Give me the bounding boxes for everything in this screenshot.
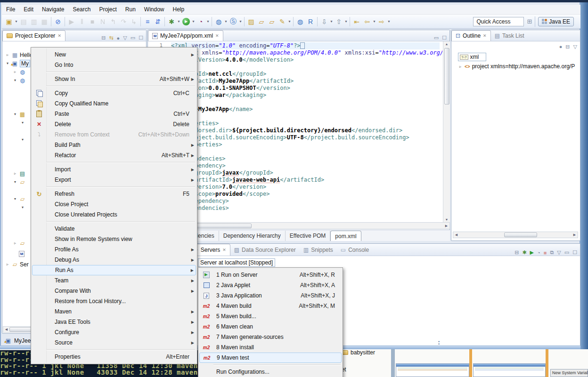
expander-icon[interactable]: ▹ <box>13 70 17 74</box>
expander-icon[interactable]: ▹ <box>458 64 463 69</box>
tab-task-list[interactable]: ▤Task List <box>491 30 528 41</box>
menubar-item-file[interactable]: File <box>2 5 19 14</box>
closed-folder-icon[interactable]: ▱ <box>267 16 277 27</box>
new-ear-icon[interactable]: ▨ <box>246 16 256 27</box>
quick-access-input[interactable]: Quick Access <box>473 17 524 26</box>
menu-item-run-as[interactable]: Run As▶ <box>32 265 196 275</box>
debug-server-icon[interactable]: ✱ <box>522 249 526 256</box>
menubar-item-edit[interactable]: Edit <box>19 5 38 14</box>
close-icon[interactable]: ✕ <box>222 248 226 252</box>
menu-item-configure[interactable]: Configure▶ <box>32 327 196 337</box>
menubar-item-window[interactable]: Window <box>140 5 169 14</box>
view-menu-icon[interactable]: ▽ <box>557 249 561 256</box>
window-thumbnail[interactable] <box>473 363 546 377</box>
view-menu-icon[interactable]: ▽ <box>573 44 577 50</box>
menu-item-properties[interactable]: PropertiesAlt+Enter <box>32 352 196 362</box>
web-browser-icon[interactable]: ◍ <box>295 16 305 27</box>
menu-item-3-java-application[interactable]: J3 Java ApplicationAlt+Shift+X, J <box>199 290 342 301</box>
tab-console[interactable]: ▭Console <box>337 244 373 256</box>
tab-project-explorer[interactable]: Project Explorer ✕ <box>2 30 65 41</box>
menu-item-copy[interactable]: CopyCtrl+C <box>32 88 196 98</box>
menu-item-team[interactable]: Team▶ <box>32 275 196 286</box>
perspective-javaee-button[interactable]: Java EE <box>538 17 574 26</box>
tree-item[interactable]: ▾▱ <box>13 178 26 186</box>
menu-item-restore-from-local-history-[interactable]: Restore from Local History... <box>32 296 196 306</box>
close-icon[interactable]: ✕ <box>483 33 487 38</box>
scroll-left-icon[interactable]: ◀ <box>3 328 9 331</box>
prev-annotation-dropdown-icon[interactable]: ▼ <box>344 20 348 23</box>
menu-item-show-in-remote-systems-view[interactable]: Show in Remote Systems view <box>32 234 196 244</box>
collapse-all-icon[interactable]: ⊟ <box>101 35 106 41</box>
pom-page-tab-pom-xml[interactable]: pom.xml <box>330 231 361 241</box>
expander-icon[interactable]: ▹ <box>5 262 10 266</box>
outline-hscrollbar[interactable]: ◀ ▶ <box>453 232 578 238</box>
menubar-item-search[interactable]: Search <box>68 5 95 14</box>
annotation-pencil-dropdown-icon[interactable]: ▼ <box>287 20 292 23</box>
focus-icon[interactable]: ● <box>559 44 563 49</box>
collapse-all-icon[interactable]: ⊟ <box>565 44 570 50</box>
menu-item-go-into[interactable]: Go Into <box>32 60 196 70</box>
tree-item[interactable]: ▹▱ <box>13 239 26 247</box>
menu-item-6-maven-clean[interactable]: m26 Maven clean <box>199 321 342 332</box>
tab-pom-editor[interactable]: M MyJee7App/pom.xml ✕ <box>148 30 223 41</box>
new-wizard-icon[interactable]: ▣ <box>4 16 14 27</box>
expander-icon[interactable]: ▾ <box>13 78 17 82</box>
open-perspective-icon[interactable]: ⊞ <box>527 18 532 25</box>
collapse-all-icon[interactable]: ⊟ <box>514 249 519 256</box>
menu-item-close-project[interactable]: Close Project <box>32 199 196 209</box>
close-icon[interactable]: ✕ <box>215 33 219 38</box>
minimize-icon[interactable]: ▭ <box>564 249 569 256</box>
stop-server-icon[interactable]: ■ <box>544 250 547 256</box>
dialog-new-system-variable[interactable]: New System Variable <box>550 369 588 377</box>
code-line[interactable]: <project.build.sourceEncoding>UTF-8</pro… <box>171 134 409 141</box>
menu-item-java-ee-tools[interactable]: Java EE Tools▶ <box>32 317 196 327</box>
last-edit-icon[interactable]: ⇤ <box>351 16 362 27</box>
menu-item-maven[interactable]: Maven▶ <box>32 306 196 317</box>
menu-item-source[interactable]: Source▶ <box>32 337 196 348</box>
soap-dropdown-icon[interactable]: ▼ <box>238 20 243 23</box>
menubar-item-help[interactable]: Help <box>169 5 189 14</box>
menubar-item-navigate[interactable]: Navigate <box>38 5 68 14</box>
focus-icon[interactable]: ● <box>117 35 120 41</box>
tree-item[interactable]: ▹▤ <box>13 169 26 177</box>
tree-item[interactable]: ▾▩ <box>13 110 26 118</box>
server-row[interactable]: Server at localhost [Stopped] <box>198 258 275 267</box>
menu-item-build-path[interactable]: Build Path▶ <box>32 140 196 150</box>
menu-item-1-run-on-server[interactable]: 1 Run on ServerAlt+Shift+X, R <box>199 270 342 280</box>
expander-icon[interactable]: ▹ <box>13 241 17 245</box>
expander-icon[interactable]: ▹ <box>5 53 10 57</box>
tree-item-ser[interactable]: ▹▱Ser <box>5 260 29 268</box>
minimize-icon[interactable]: ▭ <box>131 35 135 41</box>
maximize-icon[interactable]: ☐ <box>442 35 447 41</box>
menu-item-new[interactable]: New▶ <box>32 49 196 60</box>
editor-vscrollbar[interactable]: ▲ ▼ <box>443 41 450 222</box>
new-web-service-icon[interactable]: ◍ <box>213 16 224 27</box>
menu-item-show-in[interactable]: Show InAlt+Shift+W▶ <box>32 74 196 84</box>
forward-icon[interactable]: ⇨ <box>376 16 387 27</box>
scroll-left-icon[interactable]: ◀ <box>453 233 459 237</box>
expander-icon[interactable]: ▾ <box>13 197 17 201</box>
tree-item[interactable]: M <box>13 250 24 258</box>
menu-item-paste[interactable]: PasteCtrl+V <box>32 109 196 119</box>
next-annotation-icon[interactable]: ⇩ <box>319 16 329 27</box>
menu-item-refresh[interactable]: ↻RefreshF5 <box>32 189 196 199</box>
code-line[interactable]: <endorsed.dir>${project.build.directory}… <box>171 127 402 134</box>
run-dropdown-icon[interactable]: ▼ <box>191 20 196 23</box>
tab-outline[interactable]: ⊡Outline✕ <box>451 30 491 41</box>
outline-node-xml-prolog[interactable]: ?-? xml <box>458 53 486 61</box>
menu-item-9-maven-test[interactable]: m29 Maven test <box>199 353 342 363</box>
debug-dropdown-icon[interactable]: ▼ <box>177 20 181 23</box>
debug-icon[interactable]: ✱ <box>166 16 177 27</box>
menu-item-debug-as[interactable]: Debug As▶ <box>32 255 196 265</box>
scroll-right-icon[interactable]: ▶ <box>572 233 578 237</box>
expander-icon[interactable]: ▾ <box>5 61 10 65</box>
minimize-icon[interactable]: ▭ <box>434 35 439 41</box>
menu-item-refactor[interactable]: RefactorAlt+Shift+T▶ <box>32 150 196 160</box>
menu-item-run-configurations-[interactable]: Run Configurations... <box>199 367 342 377</box>
scroll-right-icon[interactable]: ▶ <box>443 224 449 228</box>
tree-item[interactable]: ▹◍ <box>13 68 26 76</box>
open-folder-icon[interactable]: ▱ <box>256 16 267 27</box>
expander-icon[interactable]: ▾ <box>20 120 25 125</box>
view-menu-icon[interactable]: ▽ <box>123 35 127 41</box>
window-thumbnail[interactable] <box>396 363 469 377</box>
